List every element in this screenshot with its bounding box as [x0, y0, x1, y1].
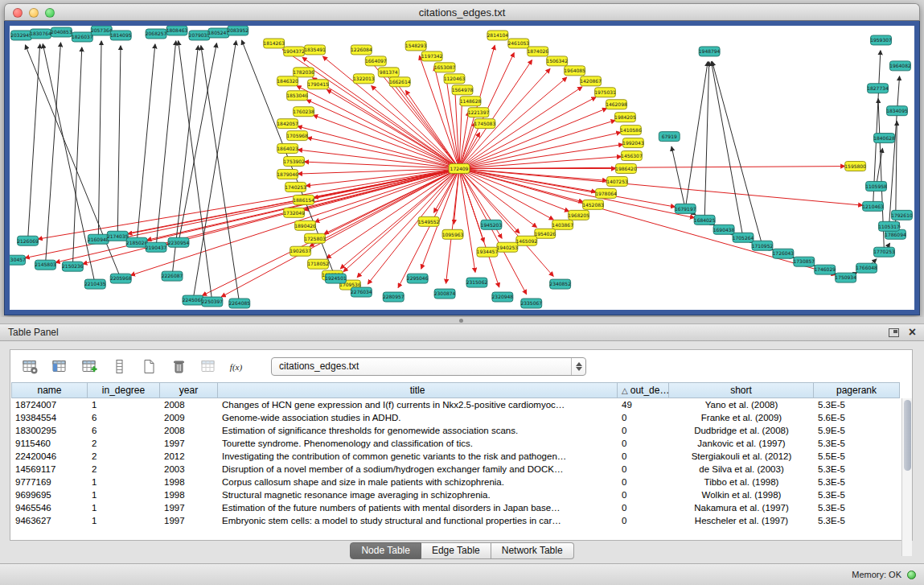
- graph-node[interactable]: 1879046: [277, 169, 298, 179]
- graph-node[interactable]: 1864023: [277, 144, 298, 154]
- graph-node[interactable]: 1827734: [867, 84, 889, 93]
- tab-node-table[interactable]: Node Table: [350, 542, 421, 559]
- table-row[interactable]: 2242004622012Investigating the contribut…: [11, 450, 911, 463]
- graph-node[interactable]: 1968205: [568, 210, 589, 220]
- show-columns-icon[interactable]: [50, 356, 69, 376]
- graph-node[interactable]: 1814263: [263, 39, 285, 48]
- graph-node[interactable]: 1705264: [733, 233, 754, 242]
- graph-node[interactable]: 1506342: [546, 56, 568, 66]
- graph-node[interactable]: 1221397: [468, 108, 490, 117]
- graph-node[interactable]: 1940253: [497, 242, 519, 252]
- graph-node[interactable]: 1750934: [835, 273, 856, 282]
- graph-node[interactable]: 1732049: [283, 208, 305, 217]
- table-row[interactable]: 911546021997Tourette syndrome. Phenomeno…: [11, 437, 911, 450]
- graph-node[interactable]: 2205968: [110, 274, 132, 283]
- graph-node[interactable]: 1718052: [307, 259, 329, 269]
- graph-node[interactable]: 1595800: [844, 162, 866, 171]
- tab-edge-table[interactable]: Edge Table: [421, 542, 491, 559]
- table-row[interactable]: 946554611997Estimation of the future num…: [11, 501, 911, 514]
- graph-node[interactable]: 1978064: [595, 188, 617, 198]
- graph-node[interactable]: 1766048: [856, 263, 877, 273]
- graph-node[interactable]: 1846320: [277, 76, 298, 86]
- panel-splitter[interactable]: [0, 317, 924, 323]
- close-panel-icon[interactable]: ×: [909, 327, 916, 338]
- graph-node[interactable]: 2079035: [189, 31, 211, 40]
- graph-node[interactable]: 1948794: [699, 47, 721, 56]
- table-settings-icon[interactable]: [20, 356, 39, 376]
- graph-node[interactable]: 1805247: [208, 28, 230, 38]
- graph-node[interactable]: 2160948: [88, 234, 109, 244]
- graph-node[interactable]: 1120463: [444, 74, 466, 84]
- graph-node[interactable]: 1770253: [873, 247, 895, 257]
- tab-network-table[interactable]: Network Table: [491, 542, 574, 559]
- edit-columns-icon[interactable]: [80, 356, 99, 376]
- graph-node[interactable]: 2226087: [162, 271, 183, 281]
- table-row[interactable]: 1456911722003Disruption of a novel membe…: [11, 463, 911, 476]
- table-row[interactable]: 1938455462009Genome-wide association stu…: [11, 411, 911, 424]
- row-height-icon[interactable]: [109, 356, 129, 376]
- graph-node[interactable]: 1653087: [434, 63, 456, 72]
- graph-node[interactable]: 1890426: [294, 220, 316, 230]
- graph-node[interactable]: 1684025: [694, 215, 716, 225]
- graph-node[interactable]: 1420867: [580, 76, 602, 86]
- graph-node[interactable]: 1148628: [460, 97, 482, 106]
- graph-node[interactable]: 1904372: [283, 47, 305, 56]
- network-canvas[interactable]: 1724091814263190437218354911782036184632…: [10, 26, 914, 310]
- scrollbar-thumb[interactable]: [904, 400, 911, 471]
- graph-node[interactable]: 67919: [659, 132, 680, 142]
- graph-node[interactable]: 2320948: [492, 292, 514, 302]
- graph-node[interactable]: 1210463: [862, 201, 884, 211]
- column-header-short[interactable]: short: [669, 382, 814, 398]
- graph-node[interactable]: 1840628: [873, 134, 895, 143]
- graph-node[interactable]: 1782036: [293, 68, 314, 77]
- graph-node[interactable]: 2126069: [17, 236, 39, 245]
- graph-node[interactable]: 1814095: [110, 31, 132, 40]
- graph-node[interactable]: 2083952: [227, 26, 248, 35]
- graph-node[interactable]: 1410586: [620, 126, 642, 135]
- column-header-name[interactable]: name: [11, 382, 88, 398]
- column-header-year[interactable]: year: [160, 382, 218, 398]
- column-header-pagerank[interactable]: pagerank: [814, 382, 900, 398]
- graph-node[interactable]: 1745083: [474, 119, 496, 129]
- graph-node[interactable]: 1853046: [286, 91, 308, 101]
- graph-node[interactable]: 2174035: [107, 231, 129, 241]
- graph-node[interactable]: 1226084: [351, 45, 372, 55]
- graph-node[interactable]: 1705968: [286, 131, 308, 141]
- table-row[interactable]: 946362711997Embryonic stem cells: a mode…: [11, 514, 911, 527]
- zoom-window-button[interactable]: [45, 8, 55, 18]
- graph-node[interactable]: 1726043: [773, 249, 795, 258]
- graph-node[interactable]: 2230954: [168, 237, 190, 247]
- graph-node[interactable]: 1760238: [293, 107, 314, 117]
- graph-node[interactable]: 2068257: [146, 29, 167, 39]
- graph-node[interactable]: 2280957: [383, 292, 405, 302]
- graph-node[interactable]: 2814104: [487, 31, 509, 40]
- graph-node[interactable]: 1984205: [614, 113, 636, 122]
- close-window-button[interactable]: [13, 8, 23, 18]
- table-row[interactable]: 1872400712008Changes of HCN gene express…: [11, 398, 911, 411]
- graph-node[interactable]: 1456307: [621, 151, 643, 161]
- table-row[interactable]: 1830029562008Estimation of significance …: [11, 424, 911, 437]
- graph-node[interactable]: 1954026: [534, 229, 556, 238]
- minimize-window-button[interactable]: [29, 8, 39, 18]
- graph-node[interactable]: 2150236: [62, 262, 84, 271]
- graph-node[interactable]: 1792610: [891, 210, 913, 220]
- graph-node[interactable]: 1548293: [405, 41, 427, 51]
- graph-node[interactable]: 1197342: [421, 51, 443, 61]
- graph-node[interactable]: 1874026: [527, 47, 548, 56]
- graph-node[interactable]: 1105958: [865, 181, 887, 191]
- graph-node[interactable]: 1934457: [477, 247, 499, 257]
- new-table-icon[interactable]: [139, 356, 158, 376]
- graph-node[interactable]: 1462098: [606, 100, 627, 109]
- graph-node[interactable]: 2295046: [407, 274, 429, 283]
- graph-node[interactable]: 2130457: [10, 255, 26, 265]
- graph-node[interactable]: 1407253: [606, 176, 628, 186]
- graph-node[interactable]: 1105317: [878, 221, 900, 231]
- graph-node[interactable]: 1959307: [870, 35, 892, 45]
- column-header-title[interactable]: title: [218, 382, 618, 398]
- column-header-in_degree[interactable]: in_degree: [88, 382, 160, 398]
- graph-node[interactable]: 2190437: [146, 242, 167, 252]
- graph-node[interactable]: 2057364: [91, 26, 113, 35]
- graph-node[interactable]: 2145803: [35, 260, 56, 270]
- graph-node[interactable]: 1834095: [886, 106, 908, 116]
- graph-node[interactable]: 2040853: [51, 27, 72, 37]
